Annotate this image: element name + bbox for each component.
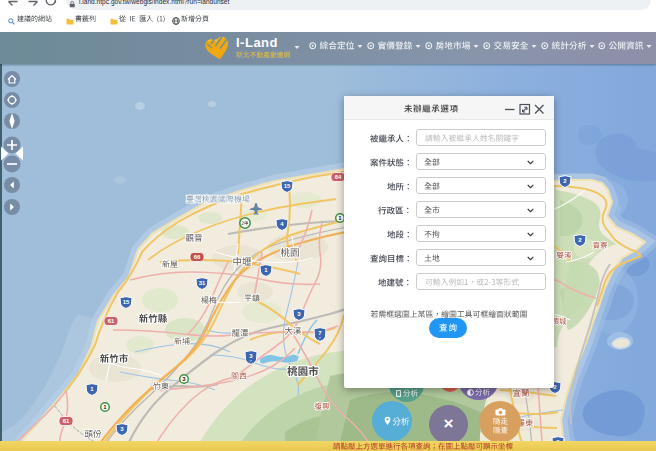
svg-text:31: 31 xyxy=(199,280,206,286)
svg-text:61: 61 xyxy=(108,318,115,324)
svg-text:15: 15 xyxy=(284,183,291,189)
svg-text:61: 61 xyxy=(63,418,70,424)
svg-text:66: 66 xyxy=(194,254,201,260)
svg-text:15: 15 xyxy=(123,299,130,305)
svg-text:64: 64 xyxy=(335,174,342,180)
